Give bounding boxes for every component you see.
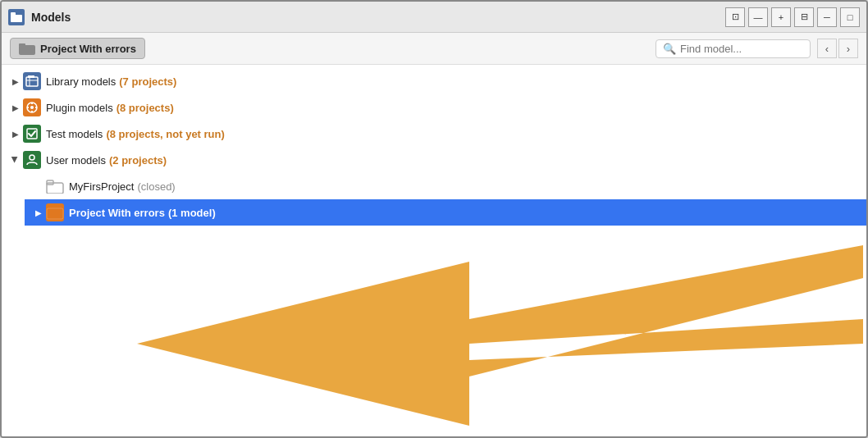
user-label: User models [46,154,106,167]
icon-user [23,151,41,169]
toggle-user: ▶ [10,154,21,166]
tree-item-myfirst[interactable]: ▶ MyFirsProject (closed) [25,173,866,199]
plugin-count: (8 projects) [116,102,174,114]
toggle-project-errors: ▶ [33,207,44,218]
svg-rect-1 [11,12,16,16]
user-count: (2 projects) [109,154,167,167]
svg-marker-24 [137,262,469,426]
project-errors-count: (1 model) [168,207,216,219]
project-errors-label: Project With errors [69,207,165,219]
search-input[interactable] [680,43,803,55]
restore-button[interactable]: ⊟ [794,7,814,27]
project-label: Project With errors [40,43,136,55]
search-icon: 🔍 [663,43,676,55]
tree-item-library[interactable]: ▶ Library models (7 projects) [2,68,866,94]
plugin-label: Plugin models [46,102,113,114]
tree-content: ▶ Library models (7 projects) ▶ [2,65,866,436]
minimize-button[interactable]: — [748,7,768,27]
icon-test [23,125,41,143]
tree-item-project-errors[interactable]: ▶ Project With errors (1 model) [25,199,866,226]
toggle-plugin: ▶ [10,102,21,113]
test-label: Test models [46,128,103,140]
title-bar: Models ⊡ — + ⊟ ─ □ [2,2,866,33]
icon-plugin [23,98,41,116]
nav-arrows: ‹ › [817,39,858,58]
svg-rect-0 [11,15,22,22]
window-controls: ⊡ — + ⊟ ─ □ [725,7,860,27]
nav-next-button[interactable]: › [838,39,858,58]
project-button[interactable]: Project With errors [10,38,145,59]
tree-item-user[interactable]: ▶ User models (2 projects) [2,147,866,173]
icon-myfirst [46,177,64,195]
test-count: (8 projects, not yet run) [106,128,224,140]
search-box: 🔍 [656,39,811,58]
svg-rect-3 [19,43,25,47]
toolbar: Project With errors 🔍 ‹ › [2,33,866,65]
window-icon [8,9,25,25]
library-count: (7 projects) [119,75,176,88]
tree-item-plugin[interactable]: ▶ Plugin models (8 projects) [2,94,866,121]
maximize-button[interactable]: + [771,7,791,27]
folder-icon [19,42,35,55]
svg-marker-23 [469,245,863,376]
myfirst-label: MyFirsProject [69,180,134,193]
svg-point-10 [30,106,34,109]
tree-item-test[interactable]: ▶ Test models (8 projects, not yet run) [2,121,866,147]
svg-point-16 [30,155,34,160]
nav-prev-button[interactable]: ‹ [817,39,837,58]
svg-rect-4 [26,77,38,86]
float-button[interactable]: ─ [817,7,837,27]
toggle-library: ▶ [10,75,21,87]
svg-rect-6 [31,75,34,78]
icon-library [23,72,41,90]
main-window: Models ⊡ — + ⊟ ─ □ Project With errors 🔍… [0,0,868,438]
library-label: Library models [46,75,116,88]
close-button[interactable]: □ [840,7,860,27]
window-title: Models [31,11,71,24]
toggle-test: ▶ [10,128,21,139]
icon-project-errors [46,203,64,221]
time-icon-btn[interactable]: ⊡ [725,7,745,27]
myfirst-count: (closed) [137,180,175,193]
